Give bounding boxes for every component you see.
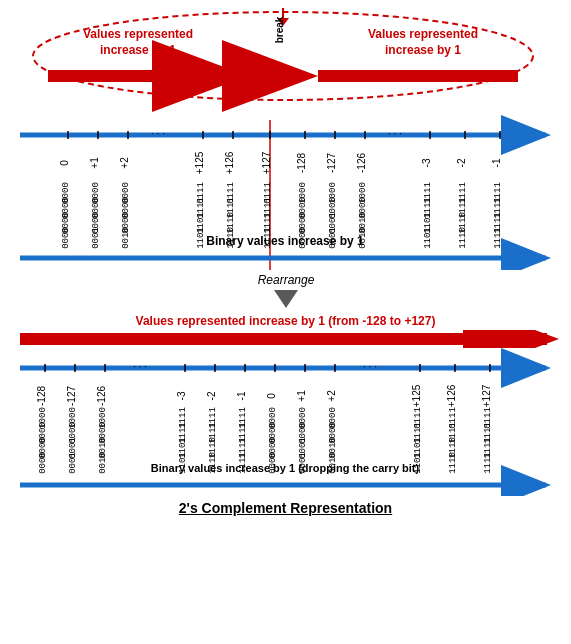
top-number-line: 0 +1 +2 · · · +125 +126 +127 -128 -127 -… [10,115,561,270]
svg-text:+126: +126 [446,384,457,407]
svg-text:· · ·: · · · [133,361,147,372]
svg-text:+1: +1 [89,157,100,169]
svg-text:0000: 0000 [61,227,71,249]
svg-text:0010: 0010 [121,227,131,249]
svg-text:-2: -2 [456,158,467,167]
svg-text:· · ·: · · · [151,128,165,139]
svg-text:Values represented: Values represented [368,27,478,41]
rearrange-section: Rearrange [8,270,563,312]
svg-text:0: 0 [59,160,70,166]
svg-text:+125: +125 [194,151,205,174]
svg-text:+2: +2 [119,157,130,169]
svg-text:0001: 0001 [91,227,101,249]
svg-text:1110: 1110 [458,227,468,249]
bottom-red-arrow [10,330,561,348]
svg-text:1101: 1101 [196,227,206,249]
svg-text:· · ·: · · · [363,361,377,372]
main-container: Values represented increase by 1 Values … [0,0,571,644]
two-complement-label: 2's Complement Representation [179,500,392,516]
svg-text:1101: 1101 [423,227,433,249]
svg-text:increase by 1: increase by 1 [385,43,461,57]
two-complement-section: 2's Complement Representation [8,500,563,516]
svg-text:-128: -128 [36,386,47,406]
svg-text:-3: -3 [176,391,187,400]
svg-text:-3: -3 [421,158,432,167]
svg-text:1111: 1111 [483,452,493,474]
svg-text:+127: +127 [481,384,492,407]
svg-text:break: break [274,16,285,43]
svg-text:1111: 1111 [493,227,503,249]
svg-text:Binary values increase by 1: Binary values increase by 1 [206,234,364,248]
svg-text:0: 0 [266,393,277,399]
svg-text:Binary values increase by 1 (d: Binary values increase by 1 (dropping th… [151,462,420,474]
svg-text:0001: 0001 [68,452,78,474]
svg-text:-128: -128 [296,153,307,173]
svg-text:+125: +125 [411,384,422,407]
svg-text:-1: -1 [491,158,502,167]
svg-text:-2: -2 [206,391,217,400]
svg-text:Values represented: Values represented [83,27,193,41]
svg-text:+1: +1 [296,390,307,402]
svg-text:-127: -127 [66,386,77,406]
bottom-number-line: -128 -127 -126 · · · -3 -2 -1 0 +1 +2 · … [10,348,561,496]
svg-marker-95 [274,290,298,308]
top-section: Values represented increase by 1 Values … [8,8,563,113]
svg-text:-127: -127 [326,153,337,173]
svg-text:+127: +127 [261,151,272,174]
rearrange-label: Rearrange [257,273,314,287]
svg-text:· · ·: · · · [388,128,402,139]
svg-text:-126: -126 [96,386,107,406]
svg-text:+126: +126 [224,151,235,174]
svg-text:1110: 1110 [448,452,458,474]
bottom-values-label: Values represented increase by 1 (from -… [8,314,563,328]
svg-text:increase by 1: increase by 1 [100,43,176,57]
svg-text:+2: +2 [326,390,337,402]
svg-text:0000: 0000 [38,452,48,474]
svg-text:-1: -1 [236,391,247,400]
svg-text:-126: -126 [356,153,367,173]
svg-text:0010: 0010 [98,452,108,474]
